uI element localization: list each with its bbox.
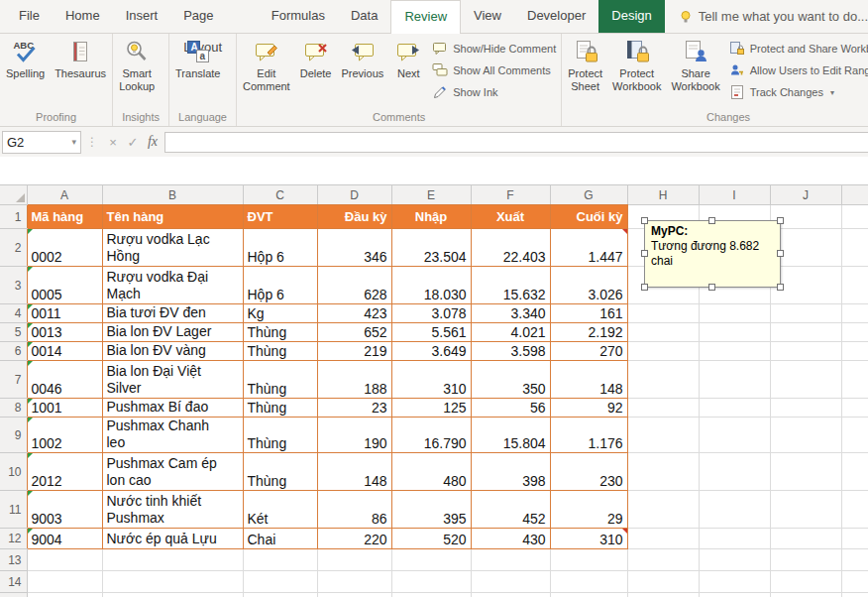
cell-G1[interactable]: Cuối kỳ — [550, 205, 627, 229]
cell-I4[interactable] — [699, 304, 770, 323]
cell-D4[interactable]: 423 — [317, 304, 391, 323]
cell-D12[interactable]: 220 — [317, 529, 391, 549]
tab-home[interactable]: Home — [53, 0, 113, 33]
enter-button[interactable]: ✓ — [123, 135, 143, 150]
formula-bar-drag-handle[interactable]: ⋮ — [81, 135, 103, 149]
cancel-button[interactable]: × — [103, 135, 123, 150]
cell-B8[interactable]: Pushmax Bí đao — [102, 399, 243, 418]
column-header-A[interactable]: A — [27, 185, 102, 205]
next-comment-button[interactable]: Next — [388, 35, 428, 106]
row-header-9[interactable]: 9 — [0, 418, 27, 453]
cell-I8[interactable] — [699, 399, 770, 418]
cell-B6[interactable]: Bia lon ĐV vàng — [102, 342, 243, 361]
cell-D5[interactable]: 652 — [317, 323, 391, 342]
cell-A11[interactable]: 9003 — [27, 491, 102, 529]
cell-E14[interactable] — [391, 571, 471, 593]
cell-A13[interactable] — [27, 549, 102, 571]
select-all-button[interactable] — [0, 185, 27, 205]
protect-and-share-workbook-button[interactable]: Protect and Share Workbook — [729, 40, 868, 58]
cell-J11[interactable] — [770, 491, 841, 529]
cell-overflow-5[interactable] — [841, 323, 868, 342]
cell-C5[interactable]: Thùng — [243, 323, 317, 342]
selection-handle-n[interactable] — [708, 217, 715, 224]
cell-D7[interactable]: 188 — [317, 361, 391, 399]
cell-H15[interactable] — [627, 593, 699, 597]
cell-D2[interactable]: 346 — [317, 229, 391, 267]
cell-overflow-12[interactable] — [841, 529, 868, 549]
protect-workbook-button[interactable]: Protect Workbook — [607, 35, 666, 106]
cell-overflow-10[interactable] — [841, 453, 868, 491]
cell-F15[interactable] — [471, 593, 550, 597]
name-box-dropdown-icon[interactable]: ▾ — [71, 137, 76, 147]
cell-E11[interactable]: 395 — [391, 491, 471, 529]
cell-B4[interactable]: Bia tươi ĐV đen — [102, 304, 243, 323]
cell-G10[interactable]: 230 — [550, 453, 627, 491]
selection-handle-se[interactable] — [777, 284, 784, 291]
delete-comment-button[interactable]: Delete — [295, 35, 337, 106]
show-all-comments-button[interactable]: Show All Comments — [432, 61, 556, 79]
cell-D6[interactable]: 219 — [317, 342, 391, 361]
cell-C1[interactable]: ĐVT — [243, 205, 317, 229]
cell-overflow-8[interactable] — [841, 399, 868, 418]
cell-I5[interactable] — [699, 323, 770, 342]
cell-E10[interactable]: 480 — [391, 453, 471, 491]
cell-H5[interactable] — [627, 323, 699, 342]
column-header-E[interactable]: E — [391, 185, 471, 205]
cell-G2[interactable]: 1.447 — [550, 229, 627, 267]
cell-B10[interactable]: Pushmax Cam ép lon cao — [102, 453, 243, 491]
cell-G7[interactable]: 148 — [550, 361, 627, 399]
cell-F12[interactable]: 430 — [471, 529, 550, 549]
show-hide-comment-button[interactable]: Show/Hide Comment — [432, 40, 556, 58]
cell-overflow-6[interactable] — [841, 342, 868, 361]
show-ink-button[interactable]: Show Ink — [432, 83, 556, 101]
cell-I15[interactable] — [699, 593, 770, 597]
cell-B9[interactable]: Pushmax Chanh leo — [102, 418, 243, 453]
cell-E4[interactable]: 3.078 — [391, 304, 471, 323]
cell-D13[interactable] — [317, 549, 391, 571]
cell-G14[interactable] — [550, 571, 627, 593]
cell-B2[interactable]: Rượu vodka Lạc Hồng — [102, 229, 243, 267]
cell-D15[interactable] — [317, 593, 391, 597]
cell-B15[interactable] — [102, 593, 243, 597]
cell-F2[interactable]: 22.403 — [471, 229, 550, 267]
spelling-button[interactable]: ABC Spelling — [1, 35, 50, 106]
cell-H4[interactable] — [627, 304, 699, 323]
cell-G6[interactable]: 270 — [550, 342, 627, 361]
row-header-6[interactable]: 6 — [0, 342, 27, 361]
cell-B1[interactable]: Tên hàng — [102, 205, 243, 229]
insert-function-button[interactable]: fx — [143, 134, 163, 150]
tab-formulas[interactable]: Formulas — [259, 0, 338, 33]
cell-D11[interactable]: 86 — [317, 491, 391, 529]
formula-input[interactable] — [164, 132, 868, 153]
cell-G3[interactable]: 3.026 — [550, 267, 627, 304]
row-header-7[interactable]: 7 — [0, 361, 27, 399]
cell-E1[interactable]: Nhập — [391, 205, 471, 229]
cell-G4[interactable]: 161 — [550, 304, 627, 323]
cell-C10[interactable]: Thùng — [243, 453, 317, 491]
cell-E15[interactable] — [391, 593, 471, 597]
cell-A1[interactable]: Mã hàng — [27, 205, 102, 229]
tab-page-layout[interactable]: Page Layout — [170, 0, 259, 33]
cell-J14[interactable] — [770, 571, 841, 593]
cell-D1[interactable]: Đầu kỳ — [317, 205, 391, 229]
row-header-4[interactable]: 4 — [0, 304, 27, 323]
cell-D10[interactable]: 148 — [317, 453, 391, 491]
selection-handle-w[interactable] — [641, 250, 648, 257]
cell-A14[interactable] — [27, 571, 102, 593]
smart-lookup-button[interactable]: Smart Lookup — [114, 35, 160, 106]
cell-J6[interactable] — [770, 342, 841, 361]
cell-C7[interactable]: Thùng — [243, 361, 317, 399]
cell-H6[interactable] — [627, 342, 699, 361]
cell-J5[interactable] — [770, 323, 841, 342]
cell-I9[interactable] — [699, 418, 770, 453]
selection-handle-ne[interactable] — [777, 217, 784, 224]
cell-overflow-11[interactable] — [841, 491, 868, 529]
tab-view[interactable]: View — [461, 0, 514, 33]
cell-A2[interactable]: 0002 — [27, 229, 102, 267]
tab-insert[interactable]: Insert — [113, 0, 171, 33]
cell-I14[interactable] — [699, 571, 770, 593]
cell-E13[interactable] — [391, 549, 471, 571]
cell-overflow-2[interactable] — [841, 229, 868, 267]
cell-A12[interactable]: 9004 — [27, 529, 102, 549]
row-header-8[interactable]: 8 — [0, 399, 27, 418]
